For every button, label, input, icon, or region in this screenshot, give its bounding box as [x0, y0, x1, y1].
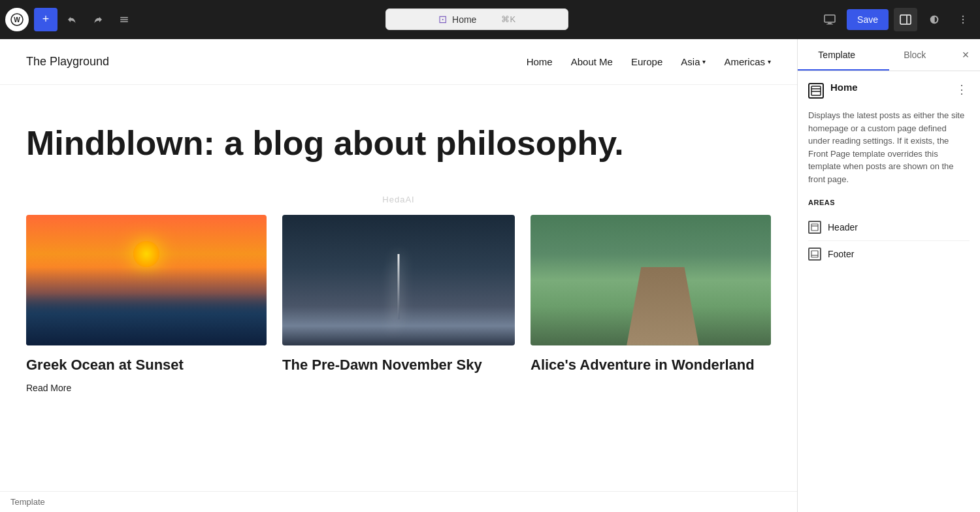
- posts-grid: Greek Ocean at Sunset Read More The Pre-…: [0, 215, 797, 410]
- half-moon-button[interactable]: [923, 8, 946, 31]
- nav-item-europe[interactable]: Europe: [631, 56, 662, 67]
- svg-rect-19: [811, 251, 818, 257]
- nav-item-home[interactable]: Home: [527, 56, 553, 67]
- post-title-3: Alice's Adventure in Wonderland: [531, 356, 771, 375]
- undo-button[interactable]: [60, 8, 84, 31]
- nav-item-americas[interactable]: Americas ▾: [724, 56, 771, 67]
- watermark: HedaAI: [0, 189, 797, 210]
- tab-block[interactable]: Block: [876, 39, 955, 71]
- americas-chevron-icon: ▾: [768, 58, 771, 65]
- areas-label: AREAS: [808, 199, 970, 206]
- wp-logo[interactable]: W: [5, 8, 29, 31]
- canvas-footer-label: Template: [0, 491, 797, 512]
- toolbar-center: ⊡ Home ⌘K: [139, 8, 815, 30]
- area-name-footer: Footer: [828, 249, 854, 259]
- list-view-button[interactable]: [112, 8, 136, 31]
- tab-template[interactable]: Template: [798, 39, 876, 71]
- svg-rect-7: [826, 24, 833, 24]
- post-title-1: Greek Ocean at Sunset: [26, 356, 267, 375]
- area-item-header[interactable]: Header: [808, 214, 970, 241]
- main-layout: The Playground Home About Me Europe Asia…: [0, 39, 980, 512]
- template-description: Displays the latest posts as either the …: [808, 109, 970, 185]
- save-button[interactable]: Save: [847, 9, 889, 30]
- home-pill-icon: ⊡: [438, 13, 447, 25]
- hero-section: Mindblown: a blog about philosophy.: [0, 85, 797, 189]
- home-pill-label: Home: [452, 14, 476, 25]
- site-nav: Home About Me Europe Asia ▾ Americas ▾: [527, 56, 771, 67]
- post-title-2: The Pre-Dawn November Sky: [282, 356, 515, 375]
- post-card-3: Alice's Adventure in Wonderland: [523, 215, 771, 410]
- panel-content: Home ⋮ Displays the latest posts as eith…: [798, 71, 980, 512]
- svg-text:W: W: [14, 16, 20, 24]
- toolbar: W + ⊡ Home ⌘K Save: [0, 0, 980, 39]
- post-card-1: Greek Ocean at Sunset Read More: [26, 215, 274, 410]
- svg-rect-6: [828, 23, 832, 24]
- svg-rect-17: [811, 224, 818, 231]
- add-block-button[interactable]: +: [34, 8, 57, 31]
- template-info: Home ⋮: [808, 82, 970, 99]
- post-card-2: The Pre-Dawn November Sky: [274, 215, 523, 410]
- nav-item-asia[interactable]: Asia ▾: [681, 56, 706, 67]
- more-options-button[interactable]: [951, 8, 975, 31]
- header-area-icon: [808, 221, 821, 234]
- home-pill[interactable]: ⊡ Home ⌘K: [385, 8, 568, 30]
- svg-rect-8: [900, 15, 911, 24]
- asia-chevron-icon: ▾: [702, 58, 706, 65]
- template-name: Home: [830, 82, 947, 93]
- footer-area-icon: [808, 248, 821, 261]
- area-name-header: Header: [828, 222, 858, 232]
- template-menu-button[interactable]: ⋮: [954, 82, 970, 97]
- panel-tabs: Template Block ×: [798, 39, 980, 71]
- desktop-view-button[interactable]: [818, 8, 841, 31]
- toolbar-right: Save: [818, 8, 975, 31]
- svg-point-12: [962, 18, 964, 20]
- close-panel-button[interactable]: ×: [954, 43, 977, 67]
- template-icon: [808, 83, 824, 99]
- sidebar-toggle-button[interactable]: [894, 8, 917, 31]
- post-image-sunset[interactable]: [26, 215, 267, 345]
- post-image-dawn[interactable]: [282, 215, 515, 345]
- site-header: The Playground Home About Me Europe Asia…: [0, 39, 797, 85]
- read-more-1[interactable]: Read More: [26, 383, 71, 393]
- area-item-footer[interactable]: Footer: [808, 241, 970, 267]
- post-image-path[interactable]: [531, 215, 771, 345]
- site-title: The Playground: [26, 55, 109, 69]
- redo-button[interactable]: [86, 8, 110, 31]
- svg-rect-4: [120, 21, 128, 22]
- svg-rect-5: [825, 15, 835, 22]
- nav-item-about[interactable]: About Me: [571, 56, 613, 67]
- svg-rect-3: [120, 19, 128, 20]
- canvas: The Playground Home About Me Europe Asia…: [0, 39, 797, 512]
- right-panel: Template Block × Home ⋮ Displays the lat…: [797, 39, 980, 512]
- home-shortcut: ⌘K: [501, 14, 515, 24]
- svg-rect-2: [120, 17, 128, 18]
- hero-title: Mindblown: a blog about philosophy.: [26, 124, 771, 163]
- svg-point-11: [962, 15, 964, 16]
- svg-rect-14: [811, 86, 821, 95]
- svg-point-13: [962, 22, 964, 23]
